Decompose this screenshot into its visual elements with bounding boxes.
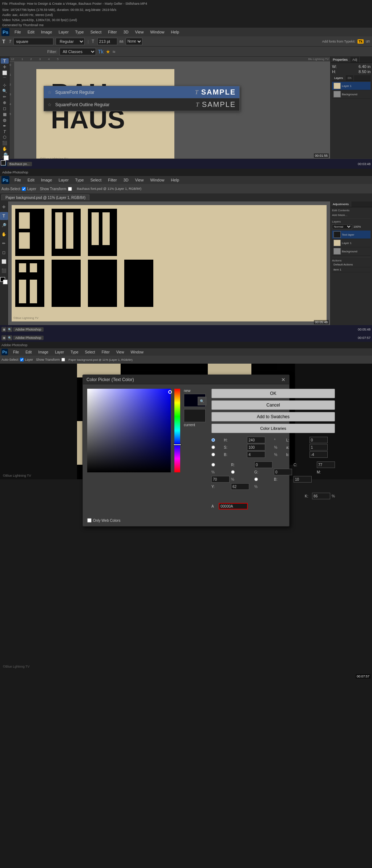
tool-brush-2[interactable]: ✏	[0, 239, 8, 247]
menu-window[interactable]: Window	[147, 29, 167, 35]
hex-input[interactable]	[219, 503, 248, 509]
radio-b[interactable]	[211, 453, 215, 456]
radio-h[interactable]	[211, 438, 215, 442]
menu-image-2[interactable]: Image	[38, 177, 55, 183]
star-icon-2[interactable]: ☆	[48, 102, 52, 107]
menu-filter-2[interactable]: Filter	[105, 177, 120, 183]
radio-b2[interactable]	[254, 477, 258, 481]
layer-row-3[interactable]: Text layer	[332, 231, 371, 239]
taskbar-app-1[interactable]: Bauhaus po...	[7, 162, 32, 166]
radio-r[interactable]	[211, 463, 215, 467]
input-r[interactable]	[254, 461, 272, 468]
layer-row-4[interactable]: Layer 1	[332, 239, 371, 247]
input-g[interactable]	[274, 469, 292, 475]
menu-edit[interactable]: Edit	[25, 29, 37, 35]
input-h[interactable]	[247, 437, 265, 443]
search-icon-taskbar[interactable]: 🔍	[7, 327, 12, 332]
menu-view[interactable]: View	[132, 29, 147, 35]
input-b2[interactable]	[294, 476, 312, 483]
tool-text[interactable]: T	[1, 58, 9, 64]
input-y[interactable]	[231, 483, 249, 490]
taskbar-app-3[interactable]: Adobe Photoshop	[13, 336, 44, 340]
menu-select-3[interactable]: Select	[82, 349, 98, 355]
mask-label[interactable]: Add Mask...	[332, 213, 371, 217]
blend-mode-select[interactable]: Normal	[332, 224, 352, 229]
menu-help[interactable]: Help	[168, 29, 182, 35]
input-k[interactable]	[312, 493, 330, 499]
tool-hand-2[interactable]: ✋	[0, 230, 8, 238]
tool-eraser[interactable]: ◻	[1, 106, 9, 111]
font-item-2[interactable]: ☆ SquareFont Outline Regular T SAMPLE	[44, 99, 239, 111]
color-gradient-picker[interactable]	[87, 389, 171, 472]
auto-select-cb-3[interactable]	[20, 358, 24, 361]
menu-3d-2[interactable]: 3D	[121, 177, 132, 183]
menu-image-3[interactable]: Image	[35, 349, 51, 355]
menu-type-2[interactable]: Type	[72, 177, 87, 183]
auto-select-checkbox[interactable]	[22, 187, 26, 191]
tool-gradient[interactable]: ▦	[1, 112, 9, 117]
menu-window-3[interactable]: Window	[128, 349, 146, 355]
tab-adjustments-1[interactable]: Adj	[350, 57, 360, 63]
input-b[interactable]	[247, 451, 265, 458]
menu-select-2[interactable]: Select	[88, 177, 105, 183]
menu-type-3[interactable]: Type	[68, 349, 81, 355]
transform-checkbox[interactable]	[68, 187, 72, 191]
menu-layer-2[interactable]: Layer	[56, 177, 72, 183]
search-icon-taskbar-3[interactable]: 🔍	[7, 335, 12, 340]
input-a[interactable]	[310, 444, 328, 451]
similar-icon[interactable]: ≈	[113, 49, 116, 55]
star-filter-icon[interactable]: ★	[106, 49, 110, 55]
start-icon-3[interactable]: ⊞	[1, 335, 7, 340]
menu-file-3[interactable]: File	[10, 349, 22, 355]
tool-type[interactable]: T	[1, 129, 9, 134]
menu-edit-3[interactable]: Edit	[23, 349, 35, 355]
web-colors-checkbox[interactable]	[87, 518, 92, 523]
menu-3d[interactable]: 3D	[121, 29, 132, 35]
menu-view-2[interactable]: View	[132, 177, 147, 183]
layer-row-2[interactable]: Background	[332, 90, 371, 99]
input-s[interactable]	[247, 444, 265, 451]
eyedropper-button[interactable]: 🔍	[198, 397, 206, 405]
action-row-1[interactable]: Default Actions	[332, 262, 371, 267]
radio-s[interactable]	[211, 445, 215, 449]
text-tool-icon[interactable]: T	[2, 39, 5, 44]
font-item-1[interactable]: ☆ SquareFont Regular T SAMPLE	[44, 86, 239, 99]
menu-window-2[interactable]: Window	[147, 177, 167, 183]
tool-move[interactable]: ✛	[1, 65, 9, 69]
star-icon-1[interactable]: ☆	[48, 90, 52, 95]
menu-file[interactable]: File	[12, 29, 24, 35]
tab-properties-1[interactable]: Properties	[331, 57, 350, 63]
filter-dropdown[interactable]: All Classes	[60, 48, 96, 55]
text-tool-alt-icon[interactable]: T	[9, 39, 12, 44]
menu-help-2[interactable]: Help	[168, 177, 182, 183]
tool-zoom-2[interactable]: 🔎	[0, 221, 8, 229]
ok-button[interactable]: OK	[211, 389, 335, 398]
aa-select[interactable]: None	[126, 38, 142, 45]
radio-g[interactable]	[231, 470, 235, 474]
tool-shape-2[interactable]: ⬛	[0, 267, 8, 275]
tool-eraser-2[interactable]: ◻	[0, 248, 8, 256]
tool-crop[interactable]: ⊹	[1, 83, 9, 88]
tool-blur[interactable]: ◍	[1, 118, 9, 123]
tab-adjustments-2[interactable]: Adjustments	[331, 201, 351, 207]
tool-brush[interactable]: ✏	[1, 95, 9, 99]
input-l[interactable]	[310, 437, 328, 443]
dialog-close-button[interactable]: ✕	[281, 377, 286, 383]
add-to-swatches-button[interactable]: Add to Swatches	[211, 412, 335, 421]
tool-text-2[interactable]: T	[0, 212, 8, 220]
layer-row-1[interactable]: Layer 1	[332, 82, 371, 90]
tool-hand[interactable]: ✋	[1, 147, 9, 151]
tool-pen[interactable]: ✒	[1, 124, 9, 128]
tool-rect-2[interactable]: ⬜	[0, 257, 8, 265]
menu-layer[interactable]: Layer	[56, 29, 72, 35]
menu-image[interactable]: Image	[38, 29, 55, 35]
tool-marquee[interactable]: ⬜	[1, 71, 9, 75]
tool-path[interactable]: ⬡	[1, 135, 9, 140]
layer-row-5[interactable]: Background	[332, 247, 371, 256]
input-c[interactable]	[317, 461, 335, 468]
font-name-input[interactable]	[13, 38, 53, 45]
menu-select[interactable]: Select	[88, 29, 105, 35]
tool-lasso[interactable]: ⌒	[1, 76, 9, 82]
menu-file-2[interactable]: File	[12, 177, 24, 183]
action-row-2[interactable]: item 1	[332, 267, 371, 272]
